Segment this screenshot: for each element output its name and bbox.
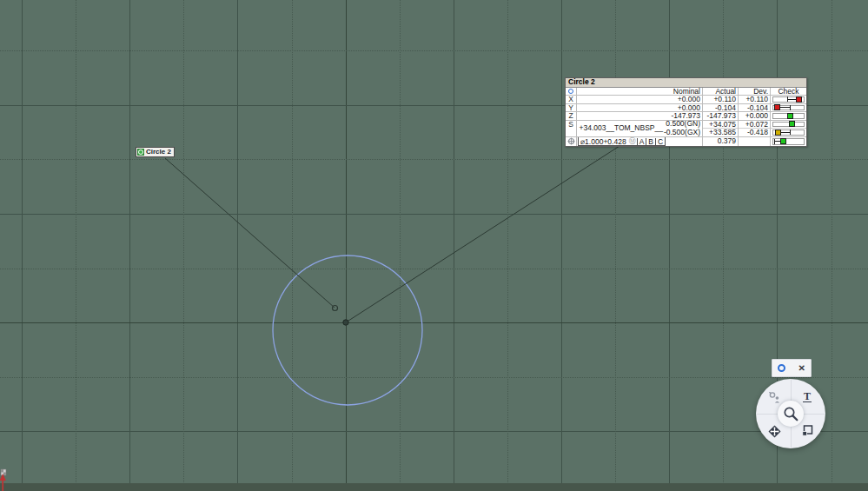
- text-tool-icon: T: [803, 391, 812, 402]
- check-cell: [771, 137, 806, 147]
- actual-cell: 0.379: [703, 137, 739, 147]
- axis-cell: Z: [566, 112, 577, 120]
- table-row-position: ⌀1.000+0.428 Ⓜ A B C 0.379: [566, 137, 806, 147]
- pan-tool[interactable]: [767, 424, 781, 438]
- nominal-cell: +0.000: [577, 96, 703, 103]
- drawing-overlay: [0, 0, 868, 491]
- table-row-x: X +0.000 +0.110 +0.110: [566, 96, 806, 104]
- tolerance-value: ⌀1.000+0.428: [579, 138, 628, 145]
- table-row-z: Z -147.973 -147.973 +0.000: [566, 112, 806, 121]
- header-check: Check: [771, 88, 806, 96]
- check-cell: [771, 121, 806, 136]
- report-leader-line: [346, 146, 620, 322]
- deviation-indicator: [772, 122, 805, 127]
- check-cell: [771, 112, 806, 120]
- tool-wheel-titlebar[interactable]: ✕: [772, 359, 812, 377]
- material-modifier-icon: Ⓜ: [628, 138, 637, 145]
- circle-symbol-icon: [568, 89, 573, 94]
- nominal-cell: -147.973: [577, 112, 703, 120]
- magnifier-icon: [781, 404, 800, 423]
- actual-cell: -0.104: [703, 104, 739, 112]
- tool-wheel[interactable]: T: [756, 379, 825, 448]
- check-cell: [771, 96, 806, 103]
- deviation-indicator: [772, 129, 805, 136]
- origin-axis-marker: [0, 469, 6, 491]
- axis-cell: S: [566, 121, 577, 136]
- report-header-row: Nominal Actual Dev. Check: [566, 88, 806, 96]
- dev-cell: +0.072 -0.418: [739, 121, 771, 136]
- feature-select-tool[interactable]: [767, 390, 781, 404]
- selection-rect-icon: [802, 425, 813, 436]
- header-nominal: Nominal: [577, 88, 703, 96]
- datum-b: B: [646, 138, 655, 145]
- header-dev: Dev.: [739, 88, 771, 96]
- circle-center-point[interactable]: [343, 320, 348, 325]
- deviation-indicator: [772, 113, 805, 119]
- dev-cell: +0.110: [739, 96, 771, 103]
- deviation-indicator: [772, 96, 805, 103]
- close-icon[interactable]: ✕: [798, 364, 805, 373]
- label-anchor-point[interactable]: [333, 306, 338, 311]
- deviation-indicator: [772, 105, 805, 111]
- zoom-tool[interactable]: [778, 401, 804, 427]
- axis-cell: Y: [566, 104, 577, 112]
- header-actual: Actual: [703, 88, 739, 96]
- report-title[interactable]: Circle 2: [566, 78, 806, 88]
- feature-type-cell: [566, 88, 577, 96]
- measurement-report-window[interactable]: Circle 2 Nominal Actual Dev. Check X +0.…: [565, 77, 807, 147]
- actual-cell: -147.973: [703, 112, 739, 120]
- dev-cell: -0.104: [739, 104, 771, 112]
- axis-cell: X: [566, 96, 577, 103]
- window-select-tool[interactable]: [800, 423, 814, 437]
- circle-feature-icon: [137, 149, 144, 156]
- cad-viewport[interactable]: Circle 2 Circle 2 Nominal Actual Dev. Ch…: [0, 0, 868, 491]
- check-cell: [771, 104, 806, 112]
- position-tolerance-icon: [567, 137, 575, 145]
- actual-gx: +33.585: [703, 129, 738, 136]
- feature-label-text: Circle 2: [146, 149, 171, 156]
- dev-cell: [739, 137, 771, 147]
- dev-cell: +0.000: [739, 112, 771, 120]
- datum-c: C: [655, 138, 665, 145]
- feature-select-icon: [768, 391, 781, 404]
- table-row-y: Y +0.000 -0.104 -0.104: [566, 104, 806, 113]
- actual-cell: +34.075 +33.585: [703, 121, 739, 136]
- nominal-cell: +34.003__TOM_NBSP__ 0.500(GN) -0.500(GX): [577, 121, 703, 136]
- circle-feature[interactable]: [273, 255, 422, 405]
- move-icon: [768, 425, 781, 438]
- feature-label[interactable]: Circle 2: [136, 147, 175, 157]
- deviation-indicator: [772, 138, 805, 146]
- feature-control-frame: ⌀1.000+0.428 Ⓜ A B C: [578, 137, 666, 147]
- dev-gx: -0.418: [739, 129, 770, 136]
- nominal-gx: -0.500(GX): [664, 129, 700, 136]
- feature-control-frame-cell: ⌀1.000+0.428 Ⓜ A B C: [577, 137, 703, 147]
- circle-mode-icon[interactable]: [778, 364, 785, 372]
- actual-cell: +0.110: [703, 96, 739, 103]
- text-label-tool[interactable]: T: [800, 389, 814, 403]
- gdt-symbol-cell: [566, 137, 577, 147]
- nominal-cell: +0.000: [577, 104, 703, 112]
- datum-a: A: [637, 138, 646, 145]
- size-label: +34.003__TOM_NBSP__: [579, 124, 662, 132]
- label-leader-line: [165, 158, 335, 308]
- table-row-s: S +34.003__TOM_NBSP__ 0.500(GN) -0.500(G…: [566, 121, 806, 137]
